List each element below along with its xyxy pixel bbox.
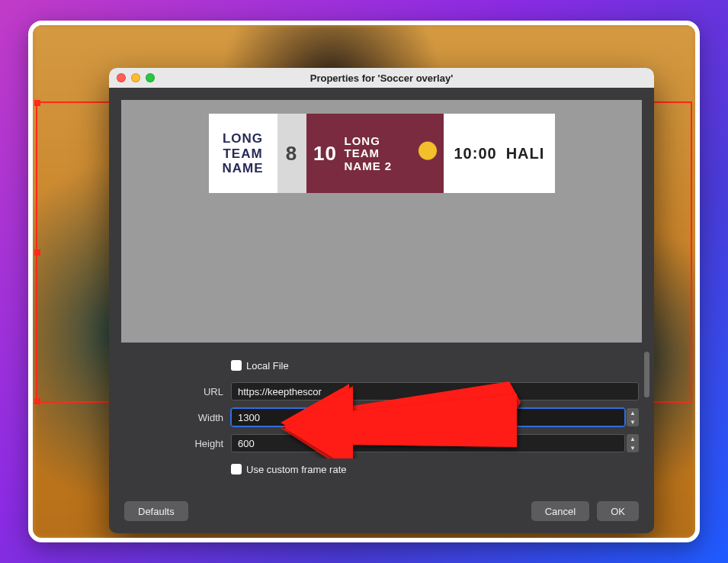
chevron-up-icon[interactable]: ▲ <box>627 408 639 417</box>
height-stepper[interactable]: ▲ ▼ <box>627 434 639 452</box>
height-label: Height <box>124 438 231 449</box>
dialog-footer: Defaults Cancel OK <box>109 492 654 533</box>
team2-block: 10 LONG TEAM NAME 2 <box>306 114 444 193</box>
properties-dialog: Properties for 'Soccer overlay' LONG TEA… <box>109 68 654 533</box>
form-area: Local File URL Width ▲ ▼ Height ▲ ▼ <box>109 349 654 492</box>
game-time: 10:00 <box>454 145 497 162</box>
width-stepper[interactable]: ▲ ▼ <box>627 408 639 426</box>
width-input[interactable] <box>231 408 625 426</box>
team2-score: 10 <box>311 142 340 166</box>
titlebar: Properties for 'Soccer overlay' <box>109 68 654 88</box>
custom-frame-rate-checkbox[interactable] <box>231 464 242 475</box>
scoreboard-overlay: LONG TEAM NAME 8 10 LONG TEAM NAME 2 10:… <box>209 114 555 193</box>
background-frame: Properties for 'Soccer overlay' LONG TEA… <box>28 21 700 542</box>
width-label: Width <box>124 412 231 423</box>
resize-handle[interactable] <box>34 249 40 256</box>
team2-name: LONG TEAM NAME 2 <box>345 135 412 173</box>
chevron-down-icon[interactable]: ▼ <box>627 417 639 426</box>
browser-source-preview: LONG TEAM NAME 8 10 LONG TEAM NAME 2 10:… <box>121 100 642 343</box>
resize-handle[interactable] <box>34 100 40 106</box>
defaults-button[interactable]: Defaults <box>124 501 188 521</box>
ok-button[interactable]: OK <box>597 501 639 521</box>
local-file-checkbox[interactable] <box>231 360 242 371</box>
url-label: URL <box>124 386 231 397</box>
team1-score: 8 <box>277 114 306 193</box>
cancel-button[interactable]: Cancel <box>531 501 589 521</box>
window-title: Properties for 'Soccer overlay' <box>109 72 654 84</box>
scrollbar[interactable] <box>644 352 649 397</box>
chevron-up-icon[interactable]: ▲ <box>627 434 639 443</box>
url-input[interactable] <box>231 382 639 401</box>
shield-icon <box>416 140 439 166</box>
team1-name: LONG TEAM NAME <box>209 114 277 193</box>
chevron-down-icon[interactable]: ▼ <box>627 443 639 452</box>
game-period: HALI <box>506 145 545 162</box>
custom-frame-rate-label: Use custom frame rate <box>246 464 347 475</box>
height-input[interactable] <box>231 434 625 452</box>
game-clock-block: 10:00 HALI <box>444 114 555 193</box>
local-file-label: Local File <box>246 360 289 372</box>
resize-handle[interactable] <box>34 398 40 404</box>
